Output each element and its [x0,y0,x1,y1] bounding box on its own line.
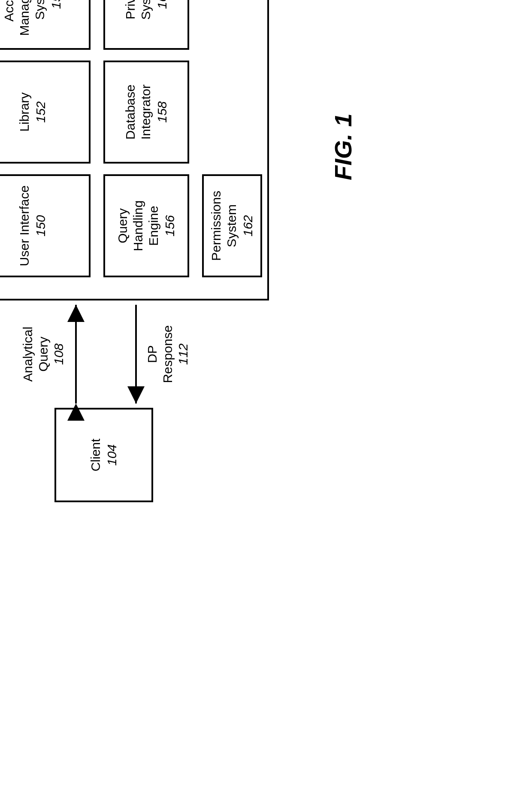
dp-response-arrow [132,300,140,408]
account-ref: 154 [48,0,64,9]
permissions-system-box: Permissions System 162 [202,174,262,277]
client-box: Client 104 [54,408,153,502]
dbi-l1: Database [123,85,138,140]
account-mgmt-box: Account Management System 154 [0,0,91,50]
qhe-l1: Query [115,208,130,243]
perm-ref: 162 [240,215,256,237]
library-ref: 152 [33,101,48,123]
user-interface-box: User Interface 150 [0,174,91,277]
dp-response-label: DP Response 112 [145,318,191,391]
qhe-ref: 156 [162,215,178,237]
client-name: Client [88,439,103,472]
perm-l2: System [224,204,239,247]
privacy-l1: Privacy [123,0,138,19]
privacy-system-box: Privacy System 160 [103,0,189,50]
database-integrator-box: Database Integrator 158 [103,61,189,164]
dbi-ref: 158 [154,101,170,123]
analytical-query-arrow [72,300,80,408]
user-interface-ref: 150 [33,215,48,237]
library-name: Library [17,92,32,132]
figure-label: FIG. 1 [329,113,357,180]
account-l2: Management [17,0,32,36]
account-l1: Account [1,0,17,21]
query-handling-engine-box: Query Handling Engine 156 [103,174,189,277]
account-l3: System [32,0,48,20]
qhe-l2: Handling [130,200,146,251]
privacy-ref: 160 [154,0,170,9]
qhe-l3: Engine [146,206,161,246]
library-box: Library 152 [0,61,91,164]
diagram-stage: 100 Client 104 Differentially Private Se… [0,0,398,532]
security-system-box: Differentially Private Security System 1… [0,0,269,300]
privacy-l2: System [138,0,154,20]
client-ref: 104 [104,444,120,466]
user-interface-name: User Interface [17,185,32,266]
dbi-l2: Integrator [138,85,154,140]
analytical-query-label: Analytical Query 108 [20,318,66,391]
perm-l1: Permissions [209,191,224,261]
